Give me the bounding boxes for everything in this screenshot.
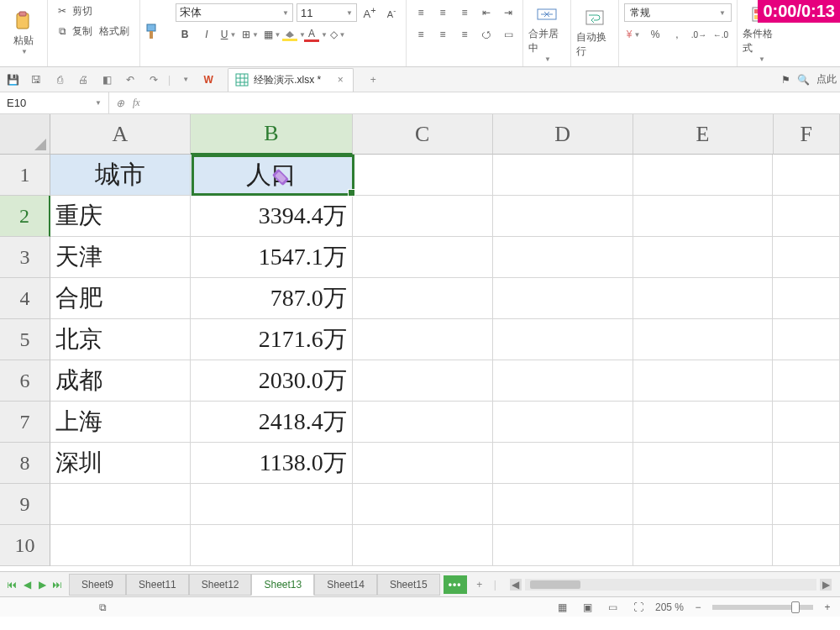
- cell-D9[interactable]: [493, 484, 633, 525]
- horizontal-scrollbar[interactable]: ◀ ▶: [510, 577, 832, 592]
- merge-center-button[interactable]: 合并居中▼: [528, 2, 565, 64]
- cell-C3[interactable]: [353, 237, 493, 278]
- cell-A10[interactable]: [50, 525, 191, 566]
- name-box[interactable]: E10 ▼: [0, 92, 109, 113]
- increase-font-button[interactable]: A+: [360, 3, 379, 22]
- cell-F5[interactable]: [773, 319, 840, 360]
- format-painter-button[interactable]: 格式刷: [97, 22, 131, 40]
- sheet-add-button[interactable]: +: [470, 575, 489, 594]
- fill-color-button[interactable]: ▼: [285, 25, 303, 44]
- decrease-font-button[interactable]: A-: [382, 3, 401, 22]
- align-top-button[interactable]: ≡: [412, 3, 430, 22]
- cell-E9[interactable]: [633, 484, 774, 525]
- spreadsheet-grid[interactable]: ABCDEF 12345678910 城市人口重庆3394.4万天津1547.1…: [0, 114, 840, 571]
- sheet-nav-last[interactable]: ⏭: [50, 578, 64, 591]
- cell-D5[interactable]: [493, 319, 633, 360]
- cell-C5[interactable]: [353, 319, 493, 360]
- cell-C10[interactable]: [353, 525, 493, 566]
- cell-F4[interactable]: [773, 278, 840, 319]
- italic-button[interactable]: I: [197, 25, 216, 44]
- row-header-4[interactable]: 4: [0, 278, 50, 319]
- zoom-in-button[interactable]: +: [822, 601, 833, 613]
- cell-D2[interactable]: [493, 196, 633, 237]
- row-header-1[interactable]: 1: [0, 155, 50, 196]
- view-normal-button[interactable]: ▦: [554, 600, 571, 615]
- cell-A2[interactable]: 重庆: [50, 196, 191, 237]
- sheet-nav-prev[interactable]: ◀: [20, 578, 34, 591]
- sheet-more-button[interactable]: •••: [444, 575, 467, 594]
- cell-F1[interactable]: [773, 155, 840, 196]
- cell-C8[interactable]: [353, 443, 493, 484]
- view-fullscreen-button[interactable]: ⛶: [630, 600, 647, 615]
- export-pdf-button[interactable]: ⎙: [50, 71, 69, 89]
- cell-B5[interactable]: 2171.6万: [191, 319, 353, 360]
- new-tab-button[interactable]: +: [364, 71, 382, 89]
- sheet-tab-sheet9[interactable]: Sheet9: [69, 574, 126, 596]
- cell-A3[interactable]: 天津: [50, 237, 191, 278]
- row-header-9[interactable]: 9: [0, 484, 50, 525]
- document-tab[interactable]: 经验演示.xlsx * ×: [228, 68, 354, 92]
- cell-C4[interactable]: [353, 278, 493, 319]
- row-header-6[interactable]: 6: [0, 360, 50, 402]
- row-header-5[interactable]: 5: [0, 319, 50, 360]
- percent-button[interactable]: %: [646, 25, 664, 44]
- row-header-10[interactable]: 10: [0, 525, 50, 566]
- cell-D10[interactable]: [493, 525, 633, 566]
- cell-B4[interactable]: 787.0万: [191, 278, 353, 319]
- save-as-button[interactable]: 🖫: [27, 71, 45, 89]
- align-bottom-button[interactable]: ≡: [455, 3, 474, 22]
- cell-F6[interactable]: [773, 360, 840, 402]
- zoom-slider[interactable]: [712, 605, 813, 610]
- cell-A9[interactable]: [50, 484, 191, 525]
- cell-D1[interactable]: [493, 155, 633, 196]
- sheet-tab-sheet15[interactable]: Sheet15: [377, 574, 440, 596]
- customize-qat-button[interactable]: ▼: [176, 71, 194, 89]
- scroll-right-button[interactable]: ▶: [820, 579, 832, 591]
- cell-B10[interactable]: [191, 525, 353, 566]
- increase-decimal-button[interactable]: .0→: [690, 25, 708, 44]
- indent-increase-button[interactable]: ⇥: [499, 3, 517, 22]
- close-tab-button[interactable]: ×: [334, 74, 346, 86]
- align-middle-button[interactable]: ≡: [433, 3, 452, 22]
- cell-F8[interactable]: [773, 443, 840, 484]
- sheet-tab-sheet12[interactable]: Sheet12: [189, 574, 252, 596]
- fx-icon[interactable]: fx: [133, 97, 140, 109]
- scroll-track[interactable]: [525, 579, 816, 591]
- view-page-button[interactable]: ▣: [580, 600, 596, 615]
- bold-button[interactable]: B: [176, 25, 194, 44]
- print-button[interactable]: 🖨: [74, 71, 92, 89]
- view-reading-button[interactable]: ▭: [605, 600, 622, 615]
- scroll-thumb[interactable]: [530, 580, 580, 589]
- column-header-E[interactable]: E: [633, 114, 774, 155]
- cell-E7[interactable]: [633, 402, 774, 443]
- currency-button[interactable]: ¥▼: [624, 25, 643, 44]
- wrap-text-button[interactable]: 自动换行: [576, 2, 613, 64]
- align-right-button[interactable]: ≡: [455, 25, 474, 44]
- cell-B9[interactable]: [191, 484, 353, 525]
- cell-A4[interactable]: 合肥: [50, 278, 191, 319]
- redo-button[interactable]: ↷: [144, 71, 163, 89]
- cut-button[interactable]: ✂ 剪切: [53, 2, 134, 20]
- decrease-decimal-button[interactable]: ←.0: [711, 25, 730, 44]
- cell-B6[interactable]: 2030.0万: [191, 360, 353, 402]
- select-all-corner[interactable]: [0, 114, 50, 155]
- settings-icon[interactable]: ⚑: [781, 74, 790, 86]
- row-header-2[interactable]: 2: [0, 196, 50, 237]
- cell-E4[interactable]: [633, 278, 774, 319]
- cell-A1[interactable]: 城市: [50, 155, 191, 196]
- click-here-label[interactable]: 点此: [816, 72, 837, 87]
- cell-B3[interactable]: 1547.1万: [191, 237, 353, 278]
- scroll-left-button[interactable]: ◀: [510, 579, 522, 591]
- clear-format-button[interactable]: ◇▼: [328, 25, 347, 44]
- print-preview-button[interactable]: ◧: [97, 71, 116, 89]
- sheet-nav-first[interactable]: ⏮: [5, 578, 18, 591]
- cell-C9[interactable]: [353, 484, 493, 525]
- column-header-F[interactable]: F: [774, 114, 840, 155]
- font-family-select[interactable]: 宋体 ▼: [176, 3, 293, 22]
- cell-A5[interactable]: 北京: [50, 319, 191, 360]
- paste-button[interactable]: 粘贴 ▼: [5, 2, 42, 64]
- column-header-C[interactable]: C: [353, 114, 493, 155]
- undo-button[interactable]: ↶: [121, 71, 139, 89]
- align-center-button[interactable]: ≡: [433, 25, 452, 44]
- cell-E1[interactable]: [633, 155, 774, 196]
